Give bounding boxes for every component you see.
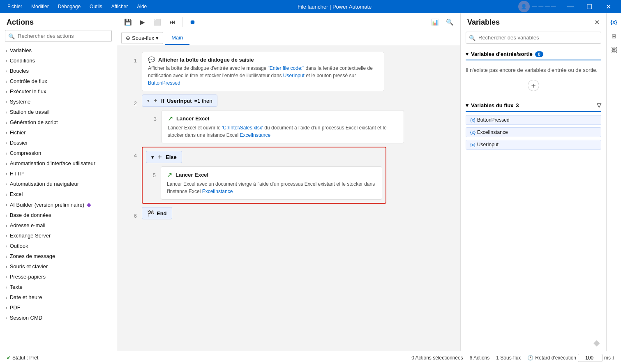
action-group-date[interactable]: › Date et heure [0,292,117,302]
action-group-ai-builder[interactable]: › AI Builder (version préliminaire) ◆ [0,199,117,210]
variables-close-button[interactable]: ✕ [594,18,600,26]
collapse-icon[interactable]: ▾ [147,98,150,104]
variable-item-buttonpressed[interactable]: {x} ButtonPressed [466,115,601,125]
menu-modifier[interactable]: Modifier [27,2,53,11]
end-keyword: End [157,210,167,217]
action-group-outlook[interactable]: › Outlook [0,241,117,251]
action-group-compression[interactable]: › Compression [0,148,117,158]
action-group-excel[interactable]: › Excel [0,189,117,199]
chevron-icon: › [6,69,7,74]
collapse-icon[interactable]: ▾ [151,154,154,160]
action-group-souris[interactable]: › Souris et clavier [0,261,117,272]
step-card-1[interactable]: 💬 Afficher la boîte de dialogue de saisi… [142,52,384,91]
tab-main[interactable]: Main [165,31,189,45]
search-flow-button[interactable]: 🔍 [443,16,456,29]
actions-title: Actions [0,13,117,30]
action-group-variables[interactable]: › Variables [0,45,117,55]
action-group-label: Conditions [10,58,35,64]
action-group-label: Automatisation du navigateur [10,181,79,187]
action-group-systeme[interactable]: › Système [0,97,117,107]
if-block-header[interactable]: ▾ If UserInput =1 then [142,94,217,107]
canvas-tabs: ⊕ Sous-flux ▾ Main [117,31,460,45]
fx-button[interactable]: {x} [608,16,620,28]
chevron-icon: › [6,151,7,156]
variable-item-userinput[interactable]: {x} UserInput [466,140,601,150]
window-title: File launcher | Power Automate [151,4,518,10]
action-group-pdf[interactable]: › PDF [0,302,117,313]
action-group-label: Contrôle de flux [10,78,47,84]
io-section-header[interactable]: ▾ Variables d'entrée/sortie 0 [466,48,601,60]
run-button[interactable]: ▶ [136,16,149,29]
action-group-label: Station de travail [10,109,50,115]
flow-step-3: 3 ↗ Lancer Excel Lancer Excel et ouvrir … [127,110,450,143]
sous-flux-chevron-icon: ▾ [156,35,159,41]
filter-icon[interactable]: ▽ [597,102,601,108]
action-group-conditions[interactable]: › Conditions [0,55,117,66]
action-group-label: Base de données [10,212,51,218]
chevron-icon: › [6,233,7,238]
analytics-button[interactable]: 📊 [428,16,441,29]
menu-outils[interactable]: Outils [85,2,106,11]
action-group-session-cmd[interactable]: › Session CMD [0,313,117,323]
action-group-http[interactable]: › HTTP [0,168,117,179]
actions-search-input[interactable] [5,30,112,42]
else-icon [157,154,163,160]
action-group-ui-automation[interactable]: › Automatisation d'interface utilisateur [0,158,117,168]
step-button[interactable]: ⏭ [166,16,179,29]
variable-item-excelinstance[interactable]: {x} ExcelInstance [466,127,601,137]
action-group-station[interactable]: › Station de travail [0,107,117,117]
save-button[interactable]: 💾 [121,16,134,29]
action-group-executer-flux[interactable]: › Exécuter le flux [0,86,117,97]
action-group-generation[interactable]: › Génération de script [0,117,117,127]
actions-count-status: 6 Actions [470,355,490,361]
record-button[interactable]: ⏺ [186,16,199,29]
menu-aide[interactable]: Aide [133,2,151,11]
action-group-exchange[interactable]: › Exchange Server [0,230,117,241]
action-group-boucles[interactable]: › Boucles [0,66,117,76]
action-group-nav-auto[interactable]: › Automatisation du navigateur [0,179,117,189]
step-card-3[interactable]: ↗ Lancer Excel Lancer Excel et ouvrir le… [162,110,404,143]
chevron-icon: › [6,141,7,145]
action-group-dossier[interactable]: › Dossier [0,138,117,148]
action-group-fichier[interactable]: › Fichier [0,127,117,138]
variables-search-input[interactable] [466,32,601,44]
flux-count-badge: 3 [516,102,519,108]
flux-section-header[interactable]: ▾ Variables du flux 3 ▽ [466,99,601,111]
layers-button[interactable]: ⊞ [608,30,620,42]
step-number: 3 [147,110,157,122]
actions-list: › Variables › Conditions › Boucles › Con… [0,45,117,351]
menu-afficher[interactable]: Afficher [107,2,132,11]
minimize-button[interactable]: — [561,0,580,13]
close-button[interactable]: ✕ [599,0,618,13]
add-variable-button[interactable]: ＋ [528,80,539,91]
canvas-toolbar: 💾 ▶ ⬜ ⏭ ⏺ 📊 🔍 [117,13,460,31]
chevron-icon: › [6,244,7,249]
end-flag-icon: 🏁 [147,210,154,217]
action-group-controle-flux[interactable]: › Contrôle de flux [0,76,117,86]
chevron-icon: › [6,161,7,166]
else-block-header[interactable]: ▾ Else [146,151,182,163]
end-block-header[interactable]: 🏁 End [142,207,172,219]
action-group-label: Système [10,99,31,105]
action-group-label: Zones de message [10,253,55,259]
variable-icon: {x} [470,142,476,147]
step-header: ↗ Lancer Excel [167,171,376,179]
image-button[interactable]: 🖼 [608,44,620,56]
menu-debogage[interactable]: Débogage [54,2,85,11]
delay-input[interactable] [578,354,603,362]
action-group-label: Dossier [10,140,28,146]
action-group-bdd[interactable]: › Base de données [0,210,117,220]
sous-flux-button[interactable]: ⊕ Sous-flux ▾ [121,32,163,44]
step-card-5[interactable]: ↗ Lancer Excel Lancer Excel avec un docu… [161,166,382,200]
chevron-icon: › [6,58,7,63]
action-group-presse[interactable]: › Presse-papiers [0,272,117,282]
stop-button[interactable]: ⬜ [151,16,164,29]
flux-header-left: ▾ Variables du flux 3 [466,102,519,108]
io-empty-message: Il n'existe pas encore de variables d'en… [466,64,601,76]
action-group-email[interactable]: › Adresse e-mail [0,220,117,230]
maximize-button[interactable]: ☐ [580,0,599,13]
action-group-zones[interactable]: › Zones de message [0,251,117,261]
menu-fichier[interactable]: Fichier [3,2,26,11]
action-group-label: PDF [10,304,21,311]
action-group-texte[interactable]: › Texte [0,282,117,292]
